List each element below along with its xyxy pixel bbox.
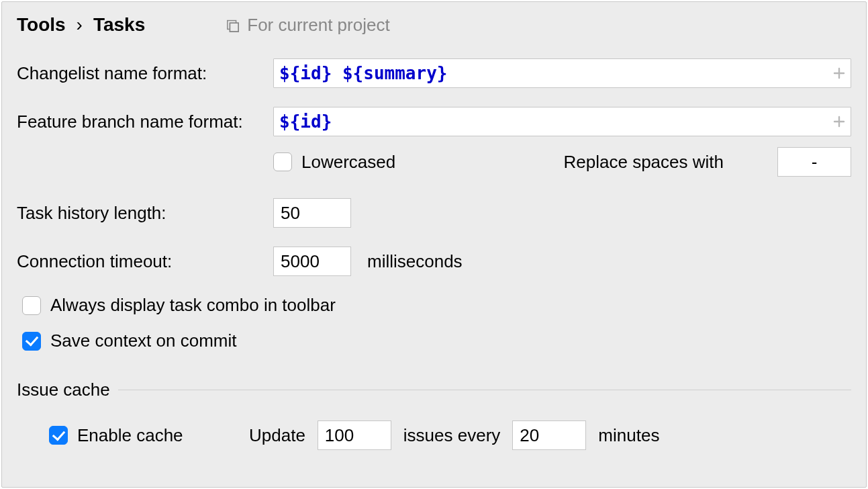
save-context-checkbox[interactable]: [22, 332, 41, 351]
breadcrumb-current: Tasks: [93, 14, 145, 36]
issue-cache-group-header: Issue cache: [17, 380, 851, 400]
enable-cache-label: Enable cache: [77, 425, 183, 446]
changelist-format-input[interactable]: ${id} ${summary}: [273, 58, 851, 88]
breadcrumb: Tools › Tasks For current project: [17, 14, 851, 36]
chevron-right-icon: ›: [75, 14, 84, 36]
add-variable-icon[interactable]: [832, 66, 846, 80]
cache-update-prefix: Update: [249, 425, 305, 446]
changelist-format-label: Changelist name format:: [17, 63, 273, 84]
connection-timeout-label: Connection timeout:: [17, 251, 273, 272]
replace-spaces-input[interactable]: [777, 147, 851, 177]
task-history-label: Task history length:: [17, 203, 273, 224]
cache-mid-label: issues every: [403, 425, 501, 446]
issue-cache-title: Issue cache: [17, 380, 118, 400]
cache-count-input[interactable]: [318, 420, 391, 450]
task-history-input[interactable]: [273, 198, 351, 228]
branch-format-input[interactable]: ${id}: [273, 107, 851, 136]
svg-rect-1: [230, 23, 239, 32]
save-context-label: Save context on commit: [50, 330, 236, 351]
scope-indicator: For current project: [226, 15, 389, 36]
timeout-unit: milliseconds: [367, 251, 463, 272]
always-display-task-combo-label: Always display task combo in toolbar: [50, 295, 336, 316]
connection-timeout-input[interactable]: [273, 247, 351, 276]
enable-cache-checkbox[interactable]: [49, 426, 68, 445]
cache-interval-input[interactable]: [512, 420, 586, 450]
separator-line: [118, 390, 851, 390]
lowercased-label: Lowercased: [301, 152, 395, 173]
breadcrumb-parent[interactable]: Tools: [17, 14, 66, 36]
always-display-task-combo-checkbox[interactable]: [22, 296, 41, 315]
tasks-settings-panel: Tools › Tasks For current project Change…: [1, 1, 867, 488]
branch-format-label: Feature branch name format:: [17, 112, 273, 132]
cache-unit-label: minutes: [598, 425, 659, 446]
replace-spaces-label: Replace spaces with: [564, 152, 724, 173]
lowercased-checkbox[interactable]: [273, 152, 292, 171]
scope-label: For current project: [247, 15, 389, 36]
project-scope-icon: [226, 17, 240, 32]
add-variable-icon[interactable]: [832, 115, 846, 128]
